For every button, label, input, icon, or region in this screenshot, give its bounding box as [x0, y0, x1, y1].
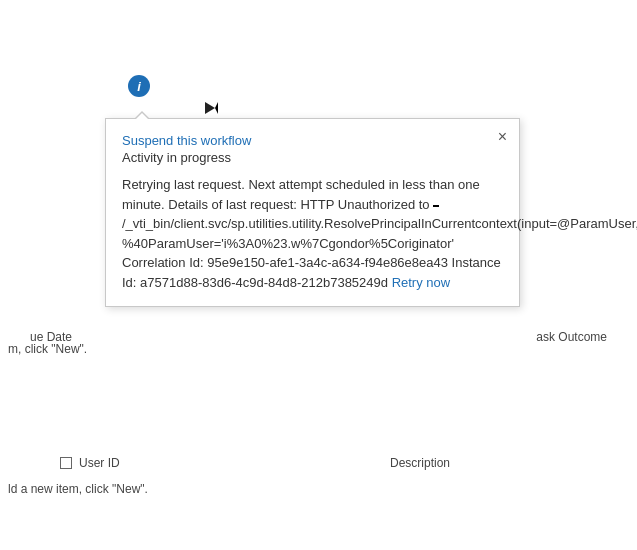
bg-description-label: Description [390, 456, 450, 470]
workflow-popup: × Suspend this workflow Activity in prog… [105, 118, 520, 307]
popup-subtitle: Activity in progress [122, 150, 503, 165]
bg-user-id: User ID [60, 456, 120, 470]
info-icon-container[interactable]: i [128, 75, 150, 97]
close-button[interactable]: × [498, 129, 507, 145]
bg-click-new-left: m, click "New". [0, 338, 95, 360]
checkbox-icon [60, 457, 72, 469]
highlighted-url [433, 205, 439, 207]
cursor-indicator [205, 102, 218, 114]
suspend-workflow-link[interactable]: Suspend this workflow [122, 133, 503, 148]
retry-now-link[interactable]: Retry now [392, 275, 451, 290]
info-icon[interactable]: i [128, 75, 150, 97]
bg-add-new-label: ld a new item, click "New". [0, 478, 156, 500]
body-text-line1: Retrying last request. Next attempt sche… [122, 177, 480, 212]
body-text-line2: /_vti_bin/client.svc/sp.utilities.utilit… [122, 216, 637, 231]
bg-task-outcome-label: ask Outcome [536, 330, 607, 344]
popup-arrow-inner [135, 113, 149, 120]
popup-body: Retrying last request. Next attempt sche… [122, 175, 503, 292]
